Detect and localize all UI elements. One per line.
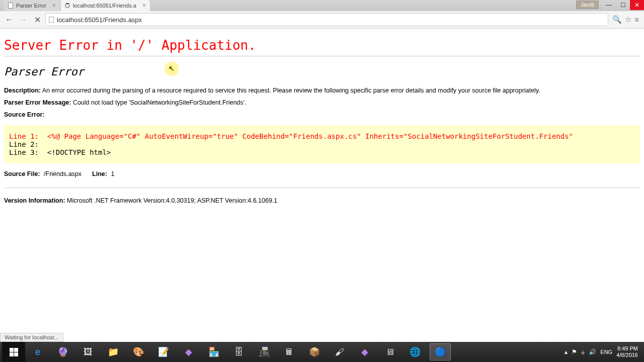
taskbar-app-icon[interactable]: 🎨 xyxy=(128,343,149,360)
version-label: Version Information: xyxy=(4,197,65,204)
tab-label: localhost:65051/Friends.a xyxy=(73,3,136,9)
browser-status-text: Waiting for localhost... xyxy=(0,333,63,342)
taskbar-app-icon[interactable]: 🖥 xyxy=(379,343,400,360)
source-file-value: /Friends.aspx xyxy=(44,170,82,177)
tab-label: Parser Error xyxy=(16,3,46,9)
page-icon xyxy=(49,17,54,23)
taskbar: e 🔮 🖼 📁 🎨 📝 ◆ 🏪 🗄 📠 🖩 📦 🖌 ◆ 🖥 🌐 🔵 ▴ ⚑ ⏚ … xyxy=(0,342,644,362)
description-line: Description: An error occurred during th… xyxy=(4,87,640,94)
minimize-button[interactable]: — xyxy=(602,0,616,10)
tray-action-center-icon[interactable]: ⚑ xyxy=(572,348,577,355)
tray-language[interactable]: ENG xyxy=(600,349,612,355)
tray-clock[interactable]: 8:49 PM 4/8/2016 xyxy=(616,345,638,358)
user-badge[interactable]: Jacob xyxy=(576,1,599,9)
tray-chevron-up-icon[interactable]: ▴ xyxy=(565,348,568,355)
zoom-icon[interactable]: 🔍 xyxy=(612,15,622,24)
page-content: Server Error in '/' Application. Parser … xyxy=(0,29,644,208)
window-controls: — ☐ ✕ xyxy=(602,0,644,10)
divider xyxy=(4,188,640,188)
taskbar-app-icon[interactable]: 🗄 xyxy=(228,343,250,360)
divider xyxy=(4,56,640,56)
source-error-code: Line 1: <%@ Page Language="C#" AutoEvent… xyxy=(4,125,640,163)
taskbar-app-icon[interactable]: 🏪 xyxy=(203,343,224,360)
close-window-button[interactable]: ✕ xyxy=(630,0,644,10)
menu-icon[interactable]: ≡ xyxy=(634,15,639,24)
forward-button[interactable]: → xyxy=(17,14,29,26)
line-label: Line: xyxy=(92,170,107,177)
version-information: Version Information: Microsoft .NET Fram… xyxy=(4,197,640,204)
parser-message-text: Could not load type 'SocialNetworkingSit… xyxy=(73,99,247,106)
tray-volume-icon[interactable]: 🔊 xyxy=(589,348,596,355)
taskbar-calculator-icon[interactable]: 🖩 xyxy=(279,343,300,360)
taskbar-ie-icon[interactable]: e xyxy=(27,343,48,360)
taskbar-visual-studio-icon[interactable]: ◆ xyxy=(178,343,199,360)
taskbar-app-icon[interactable]: 📝 xyxy=(153,343,174,360)
address-bar[interactable]: localhost:65051/Friends.aspx xyxy=(45,13,608,26)
tab-localhost-friends[interactable]: localhost:65051/Friends.a × xyxy=(61,0,150,11)
windows-logo-icon xyxy=(10,348,18,356)
taskbar-chrome-icon[interactable]: 🔵 xyxy=(430,343,451,360)
parser-message-label: Parser Error Message: xyxy=(4,99,71,106)
file-icon xyxy=(8,3,13,9)
tray-time: 8:49 PM xyxy=(617,345,638,352)
parser-message-line: Parser Error Message: Could not load typ… xyxy=(4,99,640,106)
stop-reload-button[interactable]: ✕ xyxy=(31,14,43,26)
bookmark-star-icon[interactable]: ☆ xyxy=(625,15,631,24)
source-error-label: Source Error: xyxy=(4,111,640,118)
url-text: localhost:65051/Friends.aspx xyxy=(57,16,142,24)
taskbar-paint-icon[interactable]: 🖌 xyxy=(329,343,350,360)
taskbar-file-explorer-icon[interactable]: 📁 xyxy=(103,343,124,360)
code-line-1: Line 1: <%@ Page Language="C#" AutoEvent… xyxy=(9,132,573,140)
start-button[interactable] xyxy=(2,342,25,362)
source-file-label: Source File: xyxy=(4,170,40,177)
tab-strip: Parser Error × localhost:65051/Friends.a… xyxy=(0,0,644,11)
page-title: Server Error in '/' Application. xyxy=(4,38,640,53)
description-text: An error occurred during the parsing of … xyxy=(42,87,540,94)
browser-chrome: Parser Error × localhost:65051/Friends.a… xyxy=(0,0,644,29)
code-line-2: Line 2: xyxy=(9,140,47,148)
system-tray[interactable]: ▴ ⚑ ⏚ 🔊 ENG 8:49 PM 4/8/2016 xyxy=(565,345,642,358)
page-subtitle: Parser Error xyxy=(4,65,640,78)
version-text: Microsoft .NET Framework Version:4.0.303… xyxy=(67,197,277,204)
taskbar-visual-studio-icon[interactable]: ◆ xyxy=(354,343,375,360)
tray-date: 4/8/2016 xyxy=(616,352,638,358)
tab-close-icon[interactable]: × xyxy=(142,2,146,9)
taskbar-app-icon[interactable]: 📦 xyxy=(304,343,325,360)
taskbar-app-icon[interactable]: 🔮 xyxy=(52,343,73,360)
navigation-toolbar: ← → ✕ localhost:65051/Friends.aspx 🔍 ☆ ≡ xyxy=(0,11,644,28)
line-value: 1 xyxy=(111,170,114,177)
loading-spinner-icon xyxy=(65,3,70,8)
tab-close-icon[interactable]: × xyxy=(52,2,56,9)
taskbar-app-icon[interactable]: 🖼 xyxy=(77,343,99,360)
tray-network-icon[interactable]: ⏚ xyxy=(581,348,585,355)
description-label: Description: xyxy=(4,87,41,94)
taskbar-app-icon[interactable]: 📠 xyxy=(254,343,275,360)
code-line-3: Line 3: <!DOCTYPE html> xyxy=(9,148,111,156)
taskbar-app-icon[interactable]: 🌐 xyxy=(405,343,426,360)
maximize-button[interactable]: ☐ xyxy=(616,0,630,10)
back-button[interactable]: ← xyxy=(3,14,15,26)
source-file-line: Source File: /Friends.aspx Line: 1 xyxy=(4,170,640,177)
tab-parser-error[interactable]: Parser Error × xyxy=(4,0,60,11)
